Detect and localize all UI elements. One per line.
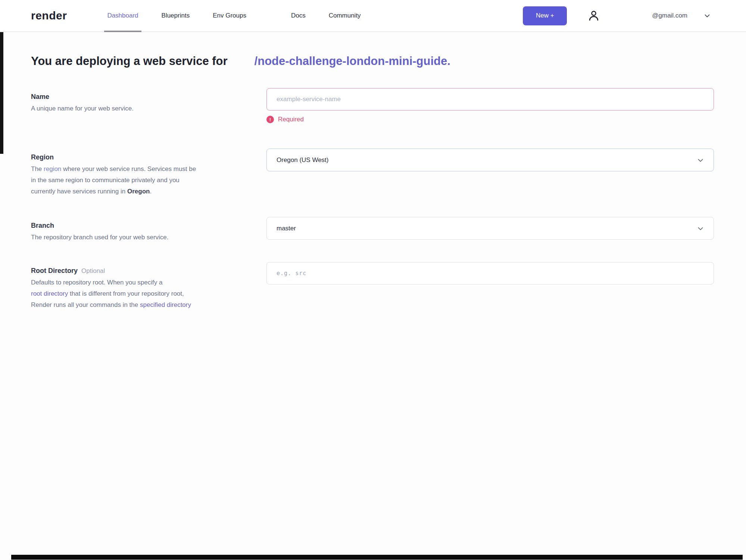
region-desc-text: .	[150, 188, 152, 195]
region-desc-text: where your web service runs. Services mu…	[61, 165, 196, 172]
new-button-label: New +	[536, 12, 554, 19]
page-title: You are deploying a web service for /nod…	[31, 55, 746, 68]
chevron-down-icon	[696, 224, 705, 233]
user-menu-button[interactable]	[584, 6, 603, 25]
root-directory-label: Root DirectoryOptional	[31, 267, 252, 275]
render-logo: render	[31, 9, 67, 22]
person-icon	[587, 9, 601, 23]
nav-item-dashboard[interactable]: Dashboard	[104, 0, 141, 31]
nav-item-env-groups[interactable]: Env Groups	[210, 0, 249, 31]
branch-label-col: Branch The repository branch used for yo…	[31, 217, 266, 243]
region-field-col: Oregon (US West)	[266, 149, 714, 171]
primary-nav: Dashboard Blueprints Env Groups Docs Com…	[104, 0, 381, 31]
nav-item-env-groups-label: Env Groups	[213, 12, 246, 19]
nav-item-blueprints[interactable]: Blueprints	[159, 0, 193, 31]
root-desc-line2: root directory that is different from yo…	[31, 288, 251, 299]
specified-directory-link[interactable]: specified directory	[140, 301, 191, 308]
page-title-repo-link[interactable]: /node-challenge-london-mini-guide.	[255, 55, 450, 68]
deploy-form: You are deploying a web service for /nod…	[0, 55, 746, 311]
region-desc-text: The	[31, 165, 44, 172]
root-desc-line3: Render runs all your commands in the spe…	[31, 299, 251, 311]
name-description: A unique name for your web service.	[31, 103, 251, 114]
region-description-line1: The region where your web service runs. …	[31, 164, 251, 175]
region-select-value: Oregon (US West)	[277, 156, 696, 164]
branch-field-row: Branch The repository branch used for yo…	[31, 217, 746, 243]
region-select[interactable]: Oregon (US West)	[266, 149, 714, 171]
active-tab-indicator	[104, 31, 141, 32]
region-label: Region	[31, 153, 252, 161]
root-directory-field-row: Root DirectoryOptional Defaults to repos…	[31, 262, 746, 311]
branch-select[interactable]: master	[266, 217, 714, 240]
root-desc-text: Render runs all your commands in the	[31, 301, 140, 308]
name-label: Name	[31, 93, 252, 101]
region-desc-link[interactable]: region	[44, 165, 61, 172]
error-exclamation-icon: !	[266, 116, 274, 123]
name-field-row: Name A unique name for your web service.…	[31, 88, 746, 123]
region-field-row: Region The region where your web service…	[31, 149, 746, 197]
nav-item-community[interactable]: Community	[326, 0, 364, 31]
page: render Dashboard Blueprints Env Groups D…	[0, 0, 746, 560]
name-error: ! Required	[266, 116, 714, 123]
nav-item-dashboard-label: Dashboard	[107, 12, 138, 19]
region-description: The region where your web service runs. …	[31, 164, 251, 197]
region-description-line2: in the same region to communicate privat…	[31, 175, 251, 186]
name-field-col: ! Required	[266, 88, 714, 123]
root-desc-line1: Defaults to repository root. When you sp…	[31, 277, 251, 288]
new-button[interactable]: New +	[523, 6, 567, 25]
account-dropdown[interactable]: @gmail.com	[652, 12, 711, 20]
region-desc-oregon: Oregon	[127, 188, 150, 195]
name-label-col: Name A unique name for your web service.	[31, 88, 266, 114]
nav-item-docs-label: Docs	[291, 12, 306, 19]
branch-description: The repository branch used for your web …	[31, 232, 251, 243]
bottom-edge-artifact	[11, 555, 743, 560]
root-directory-description: Defaults to repository root. When you sp…	[31, 277, 251, 311]
branch-field-col: master	[266, 217, 714, 240]
root-directory-link[interactable]: root directory	[31, 290, 68, 297]
optional-tag: Optional	[81, 267, 105, 274]
root-directory-field-col	[266, 262, 714, 284]
name-input[interactable]	[266, 88, 714, 111]
top-nav: render Dashboard Blueprints Env Groups D…	[0, 0, 746, 32]
branch-select-value: master	[277, 225, 696, 232]
name-error-text: Required	[278, 116, 304, 123]
branch-label: Branch	[31, 222, 252, 230]
page-title-prefix: You are deploying a web service for	[31, 55, 228, 68]
nav-item-blueprints-label: Blueprints	[162, 12, 190, 19]
nav-item-docs[interactable]: Docs	[288, 0, 309, 31]
root-directory-label-col: Root DirectoryOptional Defaults to repos…	[31, 262, 266, 311]
root-directory-input[interactable]	[266, 262, 714, 284]
account-email: @gmail.com	[652, 12, 687, 19]
region-description-line3: currently have services running in Orego…	[31, 186, 251, 197]
chevron-down-icon	[703, 12, 711, 20]
region-desc-text: currently have services running in	[31, 188, 127, 195]
root-directory-label-text: Root Directory	[31, 267, 78, 274]
root-desc-text: that is different from your repository r…	[68, 290, 184, 297]
nav-item-community-label: Community	[329, 12, 361, 19]
region-label-col: Region The region where your web service…	[31, 149, 266, 197]
chevron-down-icon	[696, 156, 705, 164]
header-right-cluster: New + @gmail.com	[523, 6, 711, 25]
